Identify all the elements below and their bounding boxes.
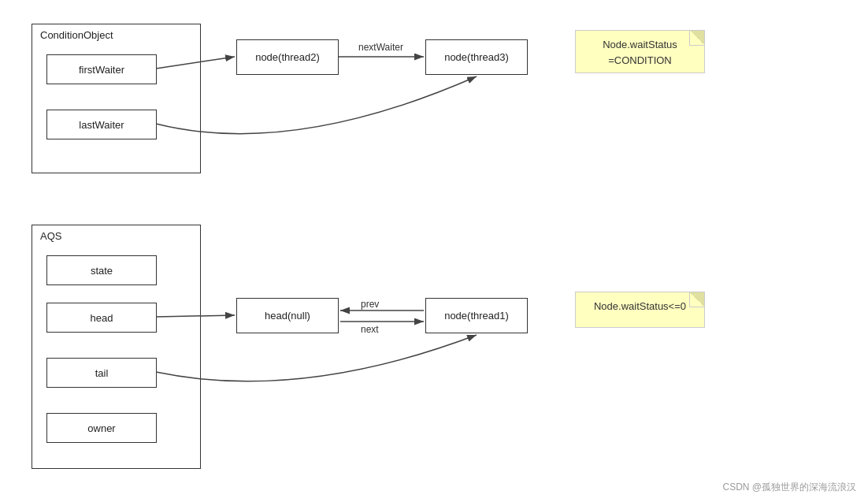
node-thread2-box: node(thread2) <box>236 39 339 75</box>
owner-label: owner <box>87 422 115 434</box>
state-label: state <box>91 265 113 277</box>
first-waiter-box: firstWaiter <box>46 54 157 84</box>
node-thread1-box: node(thread1) <box>425 298 528 333</box>
head-label: head <box>91 312 113 324</box>
next-label: next <box>361 324 379 335</box>
last-waiter-box: lastWaiter <box>46 110 157 139</box>
head-box: head <box>46 303 157 333</box>
node-thread2-label: node(thread2) <box>255 51 320 63</box>
watermark-text: CSDN @孤独世界的深海流浪汉 <box>722 482 856 493</box>
node-thread3-label: node(thread3) <box>444 51 509 63</box>
tail-arrow <box>156 335 477 381</box>
next-waiter-text: nextWaiter <box>358 42 403 53</box>
condition-note-text: Node.waitStatus=CONDITION <box>603 39 677 66</box>
watermark: CSDN @孤独世界的深海流浪汉 <box>722 481 856 494</box>
prev-label: prev <box>361 299 379 310</box>
last-waiter-label: lastWaiter <box>79 119 124 131</box>
aqs-note: Node.waitStatus<=0 <box>575 292 705 328</box>
node-thread1-label: node(thread1) <box>444 310 509 322</box>
head-null-label: head(null) <box>265 310 310 322</box>
condition-object-label: ConditionObject <box>40 29 113 41</box>
state-box: state <box>46 255 157 285</box>
condition-note: Node.waitStatus=CONDITION <box>575 30 705 73</box>
aqs-box: AQS state head tail owner <box>32 225 201 469</box>
aqs-label: AQS <box>40 230 61 242</box>
lastwaiter-arrow <box>156 76 477 134</box>
node-thread3-box: node(thread3) <box>425 39 528 75</box>
diagram-container: ConditionObject firstWaiter lastWaiter n… <box>0 0 868 502</box>
first-waiter-label: firstWaiter <box>79 64 124 76</box>
head-null-box: head(null) <box>236 298 339 333</box>
owner-box: owner <box>46 413 157 443</box>
tail-box: tail <box>46 358 157 388</box>
tail-label: tail <box>95 367 109 379</box>
aqs-note-text: Node.waitStatus<=0 <box>594 300 686 312</box>
condition-object-box: ConditionObject firstWaiter lastWaiter <box>32 24 201 173</box>
